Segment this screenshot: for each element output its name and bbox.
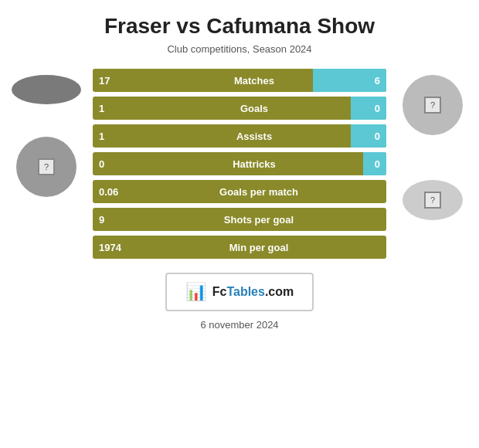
- bar-single-min-per-goal: 1974Min per goal: [93, 236, 386, 259]
- right-avatar-bottom-placeholder: ?: [424, 192, 441, 209]
- logo-text: FcTables.com: [212, 285, 294, 299]
- bar-row-goals-per-match: 0.06Goals per match: [93, 180, 386, 203]
- bar-bg-hattricks: 0Hattricks0: [93, 152, 386, 175]
- bar-left-val-matches: 17: [93, 75, 122, 87]
- bar-left-val-assists: 1: [93, 131, 122, 142]
- bar-single-shots-per-goal: 9Shots per goal: [93, 208, 386, 231]
- bar-bg-assists: 1Assists0: [93, 124, 386, 148]
- main-area: ? 17Matches61Goals01Assists00Hattricks00…: [0, 69, 479, 259]
- left-avatar-wide: [12, 75, 81, 104]
- bar-right-val-assists: 0: [375, 131, 380, 142]
- page-subtitle: Club competitions, Season 2024: [167, 43, 311, 55]
- right-avatar-circle-bottom: ?: [403, 180, 463, 220]
- bar-left-val-goals: 1: [93, 103, 122, 114]
- bar-right-val-hattricks: 0: [375, 158, 380, 170]
- bar-label-goals-per-match: Goals per match: [131, 186, 386, 198]
- bar-row-hattricks: 0Hattricks0: [93, 152, 386, 175]
- bar-label-shots-per-goal: Shots per goal: [131, 214, 386, 226]
- bar-row-matches: 17Matches6: [93, 69, 386, 92]
- bar-single-goals-per-match: 0.06Goals per match: [93, 180, 386, 203]
- date-text: 6 november 2024: [200, 319, 278, 331]
- bar-right-val-matches: 6: [375, 75, 380, 87]
- logo-area: 📊 FcTables.com: [165, 273, 314, 311]
- bar-right-val-goals: 0: [375, 103, 380, 114]
- logo-icon: 📊: [185, 282, 206, 302]
- page-title: Fraser vs Cafumana Show: [104, 14, 375, 39]
- bar-row-shots-per-goal: 9Shots per goal: [93, 208, 386, 231]
- left-avatar-circle: ?: [16, 137, 76, 197]
- left-avatar-placeholder: ?: [38, 158, 55, 175]
- bar-left-val-min-per-goal: 1974: [93, 242, 131, 253]
- bar-row-goals: 1Goals0: [93, 97, 386, 120]
- right-avatar-circle-top: ?: [403, 75, 463, 135]
- bar-row-assists: 1Assists0: [93, 124, 386, 148]
- bar-label-goals: Goals: [122, 103, 386, 114]
- right-avatar-top-placeholder: ?: [424, 97, 441, 114]
- logo-box: 📊 FcTables.com: [165, 273, 314, 311]
- left-avatars: ?: [0, 69, 93, 197]
- bar-bg-matches: 17Matches6: [93, 69, 386, 92]
- bar-row-min-per-goal: 1974Min per goal: [93, 236, 386, 259]
- right-avatars: ? ?: [386, 69, 479, 220]
- page: Fraser vs Cafumana Show Club competition…: [0, 0, 479, 448]
- bar-label-assists: Assists: [122, 131, 386, 142]
- bar-label-min-per-goal: Min per goal: [131, 242, 386, 253]
- bar-left-val-hattricks: 0: [93, 158, 122, 170]
- bar-bg-goals: 1Goals0: [93, 97, 386, 120]
- bar-left-val-shots-per-goal: 9: [93, 214, 131, 226]
- bar-label-matches: Matches: [122, 75, 386, 87]
- bar-left-val-goals-per-match: 0.06: [93, 186, 131, 198]
- bars-area: 17Matches61Goals01Assists00Hattricks00.0…: [93, 69, 386, 259]
- bar-label-hattricks: Hattricks: [122, 158, 386, 170]
